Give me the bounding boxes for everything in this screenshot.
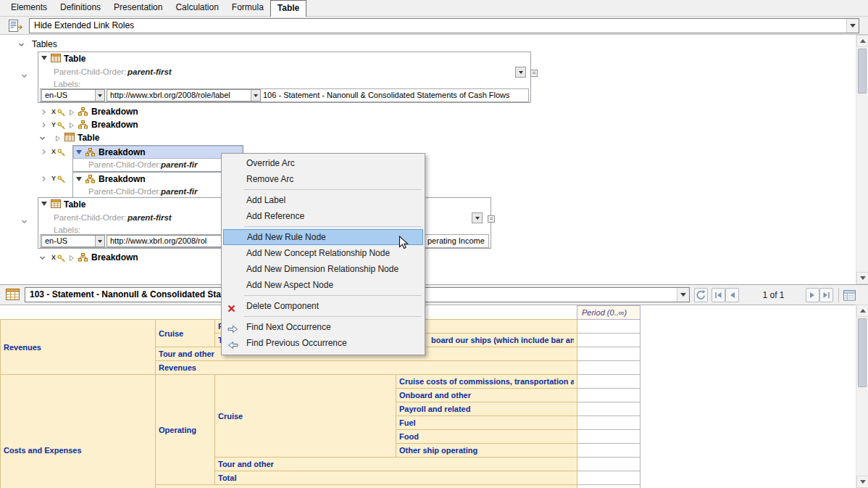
menu-formula[interactable]: Formula <box>225 0 270 16</box>
scroll-up-arrow[interactable] <box>856 305 868 317</box>
link-roles-combobox[interactable]: Hide Extended Link Roles <box>29 18 859 33</box>
table-scrollbar[interactable] <box>856 305 868 488</box>
chevron-down-icon[interactable] <box>38 254 46 264</box>
expand-collapsed-icon[interactable] <box>55 134 61 144</box>
pco-value[interactable]: parent-fir <box>161 158 197 171</box>
menu-tab-table[interactable]: Table <box>270 0 306 17</box>
scroll-down-arrow[interactable] <box>856 476 868 488</box>
expand-expanded-icon[interactable] <box>41 202 47 206</box>
menu-item-add-new-aspect-node[interactable]: Add New Aspect Node <box>222 277 425 293</box>
scroll-down-arrow[interactable] <box>856 272 868 284</box>
chevron-right-icon[interactable] <box>40 175 48 185</box>
data-cell[interactable] <box>577 334 640 347</box>
expand-expanded-icon[interactable] <box>76 177 82 181</box>
dropdown-arrow-icon[interactable] <box>515 67 526 78</box>
data-cell[interactable] <box>577 402 640 416</box>
row-header-item[interactable]: Payroll and related <box>396 402 577 416</box>
label-role-combobox[interactable]: http://www.xbrl.org/2008/role/label <box>107 89 261 102</box>
pco-value[interactable]: parent-fir <box>161 185 197 198</box>
table-icon[interactable] <box>6 289 20 302</box>
row-header-item[interactable]: Fuel <box>396 416 577 430</box>
row-header-cruise[interactable]: Cruise <box>156 320 215 347</box>
scroll-up-arrow[interactable] <box>856 35 868 47</box>
scrollbar-thumb[interactable] <box>858 318 867 387</box>
menu-item-delete-component[interactable]: Delete Component <box>222 298 425 314</box>
next-page-button[interactable] <box>806 288 819 302</box>
period-header-cell[interactable]: Period (0..∞) <box>577 306 640 320</box>
tree-scrollbar[interactable] <box>856 35 868 284</box>
link-roles-icon[interactable] <box>7 19 25 33</box>
menu-item-find-previous-occurrence[interactable]: Find Previous Occurrence <box>222 335 425 351</box>
row-header-cruise[interactable]: Cruise <box>215 375 396 458</box>
menu-presentation[interactable]: Presentation <box>107 0 169 16</box>
menu-item-remove-arc[interactable]: Remove Arc <box>222 171 425 187</box>
pco-value[interactable]: parent-first <box>128 65 172 78</box>
dropdown-arrow-icon[interactable] <box>95 236 104 247</box>
menu-calculation[interactable]: Calculation <box>169 0 225 16</box>
tree-node-table[interactable]: Table <box>64 198 85 211</box>
menu-item-add-reference[interactable]: Add Reference <box>222 208 425 224</box>
menu-definitions[interactable]: Definitions <box>54 0 107 16</box>
expand-expanded-icon[interactable] <box>76 150 82 154</box>
data-cell[interactable] <box>577 471 640 485</box>
row-header-operating[interactable]: Operating <box>156 375 215 485</box>
chevron-right-icon[interactable] <box>40 108 48 118</box>
table-settings-button[interactable] <box>843 288 856 302</box>
chevron-down-icon[interactable] <box>17 41 25 51</box>
menu-item-find-next-occurrence[interactable]: Find Next Occurrence <box>222 319 425 335</box>
row-header-total[interactable]: Total <box>215 471 577 485</box>
menu-item-add-new-rule-node[interactable]: Add New Rule Node <box>223 229 423 245</box>
data-cell[interactable] <box>577 430 640 444</box>
row-header-tour-and-other[interactable]: Tour and other <box>215 458 577 471</box>
expand-collapsed-icon[interactable] <box>69 121 75 131</box>
data-cell[interactable] <box>577 444 640 458</box>
row-header-item[interactable]: Onboard and other <box>396 389 577 402</box>
tree-node-table[interactable]: Table <box>78 131 99 144</box>
previous-page-button[interactable] <box>725 288 739 302</box>
equals-badge-icon[interactable]: = <box>488 215 495 223</box>
expand-expanded-icon[interactable] <box>41 56 47 60</box>
row-header-item[interactable] <box>156 485 577 488</box>
tree-node-breakdown[interactable]: Breakdown <box>91 118 138 131</box>
first-page-button[interactable] <box>711 288 725 302</box>
menu-item-add-new-concept-relationship-node[interactable]: Add New Concept Relationship Node <box>222 245 425 261</box>
tree-node-breakdown[interactable]: Breakdown <box>91 105 138 118</box>
row-header-revenues-total[interactable]: Revenues <box>156 361 577 375</box>
equals-badge-icon[interactable]: = <box>530 70 538 77</box>
chevron-down-icon[interactable] <box>20 218 28 228</box>
chevron-right-icon[interactable] <box>40 148 48 158</box>
language-combobox[interactable]: en-US <box>41 235 105 247</box>
menu-item-add-label[interactable]: Add Label <box>222 192 425 208</box>
chevron-down-icon[interactable] <box>38 134 46 144</box>
tree-node-breakdown[interactable]: Breakdown <box>91 251 138 264</box>
tree-node-breakdown[interactable]: Breakdown <box>99 173 146 186</box>
row-header-item[interactable]: Other ship operating <box>396 444 577 458</box>
menu-item-override-arc[interactable]: Override Arc <box>222 155 425 171</box>
data-cell[interactable] <box>577 375 640 389</box>
row-header-revenues[interactable]: Revenues <box>1 320 156 375</box>
data-cell[interactable] <box>577 389 640 402</box>
row-header-item[interactable]: Cruise costs of commissions, transportat… <box>396 375 577 389</box>
dropdown-arrow-icon[interactable] <box>677 288 689 302</box>
chevron-down-icon[interactable] <box>20 72 28 82</box>
data-cell[interactable] <box>577 485 640 488</box>
row-header-costs-and-expenses[interactable]: Costs and Expenses <box>1 375 156 488</box>
dropdown-arrow-icon[interactable] <box>472 212 483 223</box>
menu-item-add-new-dimension-relationship-node[interactable]: Add New Dimension Relationship Node <box>222 261 425 277</box>
label-text-value[interactable]: perating Income <box>427 235 485 247</box>
last-page-button[interactable] <box>819 288 833 302</box>
data-cell[interactable] <box>577 347 640 361</box>
scrollbar-thumb[interactable] <box>858 49 867 94</box>
tree-node-breakdown-selected[interactable]: Breakdown <box>99 146 146 159</box>
expand-collapsed-icon[interactable] <box>69 108 75 118</box>
dropdown-arrow-icon[interactable] <box>251 90 260 101</box>
tree-root-tables[interactable]: Tables <box>32 38 57 51</box>
expand-collapsed-icon[interactable] <box>69 254 75 264</box>
refresh-button[interactable] <box>694 288 708 302</box>
data-cell[interactable] <box>577 458 640 471</box>
menu-elements[interactable]: Elements <box>4 0 54 16</box>
pco-value[interactable]: parent-first <box>128 211 172 224</box>
data-cell[interactable] <box>577 361 640 375</box>
dropdown-arrow-icon[interactable] <box>846 19 859 33</box>
data-cell[interactable] <box>577 416 640 430</box>
